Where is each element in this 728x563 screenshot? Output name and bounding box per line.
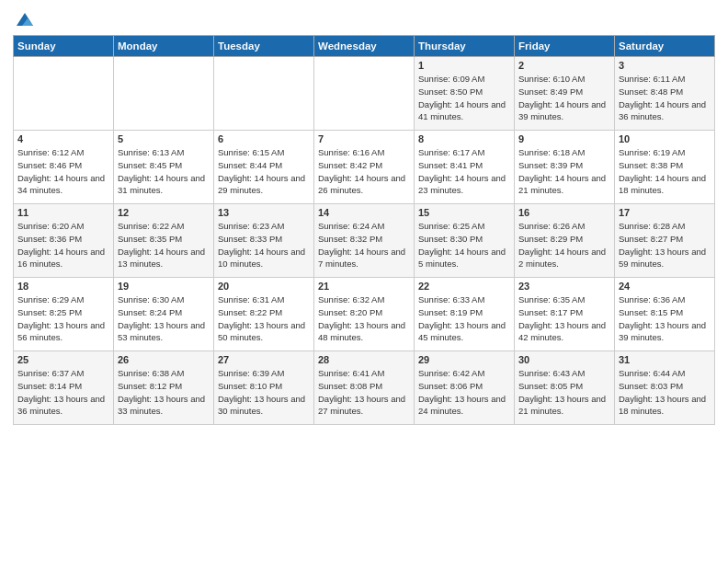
day-content: Sunrise: 6:26 AM Sunset: 8:29 PM Dayligh…: [518, 220, 610, 270]
header: [13, 9, 715, 29]
day-cell: 4Sunrise: 6:12 AM Sunset: 8:46 PM Daylig…: [14, 131, 114, 204]
day-number: 24: [619, 281, 711, 292]
day-cell: 11Sunrise: 6:20 AM Sunset: 8:36 PM Dayli…: [14, 204, 114, 278]
day-cell: [14, 57, 114, 131]
day-number: 21: [318, 281, 410, 292]
week-row-2: 4Sunrise: 6:12 AM Sunset: 8:46 PM Daylig…: [14, 131, 715, 204]
day-cell: 8Sunrise: 6:17 AM Sunset: 8:41 PM Daylig…: [415, 131, 515, 204]
header-cell-tuesday: Tuesday: [214, 36, 314, 57]
day-cell: 2Sunrise: 6:10 AM Sunset: 8:49 PM Daylig…: [515, 57, 615, 131]
day-cell: 17Sunrise: 6:28 AM Sunset: 8:27 PM Dayli…: [615, 204, 715, 278]
day-cell: 15Sunrise: 6:25 AM Sunset: 8:30 PM Dayli…: [415, 204, 515, 278]
day-content: Sunrise: 6:10 AM Sunset: 8:49 PM Dayligh…: [518, 73, 610, 123]
header-row: SundayMondayTuesdayWednesdayThursdayFrid…: [14, 36, 715, 57]
logo: [13, 9, 35, 29]
week-row-4: 18Sunrise: 6:29 AM Sunset: 8:25 PM Dayli…: [14, 278, 715, 351]
day-cell: [114, 57, 214, 131]
day-number: 17: [619, 207, 711, 218]
day-cell: 12Sunrise: 6:22 AM Sunset: 8:35 PM Dayli…: [114, 204, 214, 278]
day-content: Sunrise: 6:36 AM Sunset: 8:15 PM Dayligh…: [619, 293, 711, 344]
day-content: Sunrise: 6:16 AM Sunset: 8:42 PM Dayligh…: [318, 146, 410, 197]
day-number: 28: [318, 354, 410, 365]
calendar-table: SundayMondayTuesdayWednesdayThursdayFrid…: [13, 35, 715, 425]
day-cell: 5Sunrise: 6:13 AM Sunset: 8:45 PM Daylig…: [114, 131, 214, 204]
day-number: 31: [619, 354, 711, 365]
day-content: Sunrise: 6:44 AM Sunset: 8:03 PM Dayligh…: [619, 367, 711, 418]
day-number: 7: [318, 133, 410, 144]
day-content: Sunrise: 6:43 AM Sunset: 8:05 PM Dayligh…: [518, 367, 610, 418]
week-row-3: 11Sunrise: 6:20 AM Sunset: 8:36 PM Dayli…: [14, 204, 715, 278]
day-number: 14: [318, 207, 410, 218]
day-content: Sunrise: 6:38 AM Sunset: 8:12 PM Dayligh…: [118, 367, 210, 418]
day-number: 4: [17, 133, 109, 144]
day-content: Sunrise: 6:13 AM Sunset: 8:45 PM Dayligh…: [118, 146, 210, 197]
header-cell-saturday: Saturday: [615, 36, 715, 57]
day-number: 1: [418, 60, 510, 71]
day-cell: 3Sunrise: 6:11 AM Sunset: 8:48 PM Daylig…: [615, 57, 715, 131]
day-number: 25: [17, 354, 109, 365]
day-cell: 21Sunrise: 6:32 AM Sunset: 8:20 PM Dayli…: [314, 278, 415, 351]
header-cell-thursday: Thursday: [415, 36, 515, 57]
day-number: 11: [17, 207, 109, 218]
day-cell: 7Sunrise: 6:16 AM Sunset: 8:42 PM Daylig…: [314, 131, 415, 204]
day-number: 10: [619, 133, 711, 144]
day-content: Sunrise: 6:29 AM Sunset: 8:25 PM Dayligh…: [17, 293, 109, 344]
header-cell-sunday: Sunday: [14, 36, 114, 57]
day-cell: 25Sunrise: 6:37 AM Sunset: 8:14 PM Dayli…: [14, 351, 114, 425]
header-cell-friday: Friday: [515, 36, 615, 57]
day-cell: 14Sunrise: 6:24 AM Sunset: 8:32 PM Dayli…: [314, 204, 415, 278]
day-number: 26: [118, 354, 210, 365]
day-number: 16: [518, 207, 610, 218]
day-cell: 28Sunrise: 6:41 AM Sunset: 8:08 PM Dayli…: [314, 351, 415, 425]
day-cell: 13Sunrise: 6:23 AM Sunset: 8:33 PM Dayli…: [214, 204, 314, 278]
day-number: 6: [218, 133, 310, 144]
day-cell: 23Sunrise: 6:35 AM Sunset: 8:17 PM Dayli…: [515, 278, 615, 351]
day-number: 22: [418, 281, 510, 292]
day-content: Sunrise: 6:28 AM Sunset: 8:27 PM Dayligh…: [619, 220, 711, 270]
day-cell: 27Sunrise: 6:39 AM Sunset: 8:10 PM Dayli…: [214, 351, 314, 425]
day-content: Sunrise: 6:25 AM Sunset: 8:30 PM Dayligh…: [418, 220, 510, 270]
day-cell: 18Sunrise: 6:29 AM Sunset: 8:25 PM Dayli…: [14, 278, 114, 351]
day-cell: 10Sunrise: 6:19 AM Sunset: 8:38 PM Dayli…: [615, 131, 715, 204]
day-number: 8: [418, 133, 510, 144]
day-content: Sunrise: 6:24 AM Sunset: 8:32 PM Dayligh…: [318, 220, 410, 270]
day-number: 12: [118, 207, 210, 218]
day-content: Sunrise: 6:35 AM Sunset: 8:17 PM Dayligh…: [518, 293, 610, 344]
day-number: 3: [619, 60, 711, 71]
day-cell: 6Sunrise: 6:15 AM Sunset: 8:44 PM Daylig…: [214, 131, 314, 204]
day-cell: 1Sunrise: 6:09 AM Sunset: 8:50 PM Daylig…: [415, 57, 515, 131]
day-content: Sunrise: 6:22 AM Sunset: 8:35 PM Dayligh…: [118, 220, 210, 270]
day-cell: 22Sunrise: 6:33 AM Sunset: 8:19 PM Dayli…: [415, 278, 515, 351]
day-content: Sunrise: 6:20 AM Sunset: 8:36 PM Dayligh…: [17, 220, 109, 270]
day-number: 27: [218, 354, 310, 365]
header-cell-monday: Monday: [114, 36, 214, 57]
day-cell: [214, 57, 314, 131]
day-cell: 31Sunrise: 6:44 AM Sunset: 8:03 PM Dayli…: [615, 351, 715, 425]
day-content: Sunrise: 6:42 AM Sunset: 8:06 PM Dayligh…: [418, 367, 510, 418]
day-content: Sunrise: 6:32 AM Sunset: 8:20 PM Dayligh…: [318, 293, 410, 344]
day-number: 13: [218, 207, 310, 218]
day-cell: 30Sunrise: 6:43 AM Sunset: 8:05 PM Dayli…: [515, 351, 615, 425]
day-number: 18: [17, 281, 109, 292]
day-number: 5: [118, 133, 210, 144]
day-content: Sunrise: 6:39 AM Sunset: 8:10 PM Dayligh…: [218, 367, 310, 418]
day-content: Sunrise: 6:09 AM Sunset: 8:50 PM Dayligh…: [418, 73, 510, 123]
day-content: Sunrise: 6:33 AM Sunset: 8:19 PM Dayligh…: [418, 293, 510, 344]
logo-icon: [15, 9, 35, 29]
day-cell: 29Sunrise: 6:42 AM Sunset: 8:06 PM Dayli…: [415, 351, 515, 425]
day-content: Sunrise: 6:23 AM Sunset: 8:33 PM Dayligh…: [218, 220, 310, 270]
header-cell-wednesday: Wednesday: [314, 36, 415, 57]
page: SundayMondayTuesdayWednesdayThursdayFrid…: [0, 0, 728, 563]
day-cell: 9Sunrise: 6:18 AM Sunset: 8:39 PM Daylig…: [515, 131, 615, 204]
day-number: 19: [118, 281, 210, 292]
day-number: 29: [418, 354, 510, 365]
day-number: 9: [518, 133, 610, 144]
week-row-5: 25Sunrise: 6:37 AM Sunset: 8:14 PM Dayli…: [14, 351, 715, 425]
day-content: Sunrise: 6:19 AM Sunset: 8:38 PM Dayligh…: [619, 146, 711, 197]
day-content: Sunrise: 6:12 AM Sunset: 8:46 PM Dayligh…: [17, 146, 109, 197]
day-content: Sunrise: 6:11 AM Sunset: 8:48 PM Dayligh…: [619, 73, 711, 123]
day-number: 23: [518, 281, 610, 292]
day-cell: 24Sunrise: 6:36 AM Sunset: 8:15 PM Dayli…: [615, 278, 715, 351]
day-number: 2: [518, 60, 610, 71]
day-content: Sunrise: 6:37 AM Sunset: 8:14 PM Dayligh…: [17, 367, 109, 418]
